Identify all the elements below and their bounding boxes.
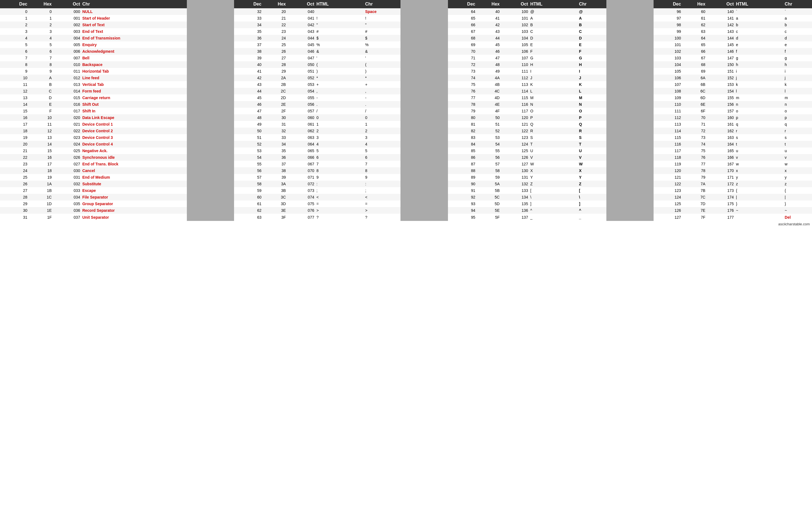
hex1: 19 (29, 174, 53, 181)
dec1: 12 (0, 88, 29, 94)
table-row: 271B033Escape593B073;;915B133[[1237B173{… (0, 187, 812, 194)
hex4: 78 (682, 167, 706, 174)
table-row: 44004End of Transmission3624044$$6844104… (0, 35, 812, 41)
oct3: 114 (501, 88, 529, 94)
sep1 (187, 167, 234, 174)
sep2 (401, 181, 448, 187)
oct3: 136 (501, 207, 529, 214)
dec1: 30 (0, 207, 29, 214)
header-hex4: Hex (682, 0, 706, 8)
chr1: End of Medium (81, 174, 187, 181)
oct2: 043 (287, 28, 315, 35)
hex1: 4 (29, 35, 53, 41)
sep3 (606, 214, 654, 221)
html3: ^ (529, 207, 578, 214)
header-oct4: Oct (706, 0, 735, 8)
chr1: Device Control 1 (81, 121, 187, 128)
chr4: s (783, 134, 812, 141)
sep2 (401, 28, 448, 35)
header-dec3: Dec (448, 0, 476, 8)
html3: I (529, 68, 578, 75)
chr3: W (578, 161, 606, 167)
chr2: 2 (364, 128, 401, 134)
oct4: 172 (706, 181, 735, 187)
oct3: 105 (501, 41, 529, 48)
hex3: 44 (476, 35, 501, 41)
hex4: 60 (682, 8, 706, 15)
hex1: 1E (29, 207, 53, 214)
hex2: 3C (262, 194, 287, 200)
sep2 (401, 141, 448, 147)
hex3: 5E (476, 207, 501, 214)
oct4: 170 (706, 167, 735, 174)
dec2: 48 (234, 114, 262, 121)
hex4: 7D (682, 200, 706, 207)
html2: * (315, 75, 364, 81)
dec1: 15 (0, 108, 29, 114)
hex2: 3D (262, 200, 287, 207)
oct3: 101 (501, 15, 529, 21)
hex1: C (29, 88, 53, 94)
hex3: 4E (476, 101, 501, 108)
html3: N (529, 101, 578, 108)
hex2: 2A (262, 75, 287, 81)
oct4: 162 (706, 128, 735, 134)
dec4: 114 (653, 128, 682, 134)
chr1: Start of Text (81, 21, 187, 28)
hex4: 61 (682, 15, 706, 21)
html2: + (315, 81, 364, 88)
html4: r (735, 128, 784, 134)
html2: 4 (315, 141, 364, 147)
dec2: 41 (234, 68, 262, 75)
oct4: 164 (706, 141, 735, 147)
html3: _ (529, 214, 578, 221)
sep1 (187, 55, 234, 61)
dec4: 102 (653, 48, 682, 55)
chr3: F (578, 48, 606, 55)
hex1: 11 (29, 121, 53, 128)
table-row: 11001Start of Header3321041!!6541101AA97… (0, 15, 812, 21)
chr2: 9 (364, 174, 401, 181)
html2: # (315, 28, 364, 35)
chr1: Bell (81, 55, 187, 61)
sep1 (187, 174, 234, 181)
dec4: 96 (653, 8, 682, 15)
sep2 (401, 101, 448, 108)
hex1: 16 (29, 154, 53, 161)
sep1 (187, 21, 234, 28)
chr1: End of Transmission (81, 35, 187, 41)
oct1: 023 (53, 134, 81, 141)
html3: Z (529, 181, 578, 187)
hex2: 3A (262, 181, 287, 187)
sep3 (606, 181, 654, 187)
dec2: 42 (234, 75, 262, 81)
dec3: 66 (448, 21, 476, 28)
oct3: 125 (501, 147, 529, 154)
oct1: 030 (53, 167, 81, 174)
chr3: R (578, 128, 606, 134)
dec2: 46 (234, 101, 262, 108)
chr2: = (364, 200, 401, 207)
sep1 (187, 101, 234, 108)
dec2: 63 (234, 214, 262, 221)
table-row: 14E016Shift Out462E056..784E116NN1106E15… (0, 101, 812, 108)
chr4: b (783, 21, 812, 28)
html2: , (315, 88, 364, 94)
dec2: 57 (234, 174, 262, 181)
hex1: 12 (29, 128, 53, 134)
html4: | (735, 194, 784, 200)
oct2: 070 (287, 167, 315, 174)
hex1: 14 (29, 141, 53, 147)
dec3: 79 (448, 108, 476, 114)
oct4: 173 (706, 187, 735, 194)
sep1 (187, 207, 234, 214)
html4: c (735, 28, 784, 35)
chr1: End of Trans. Block (81, 161, 187, 167)
hex4: 66 (682, 48, 706, 55)
oct1: 000 (53, 8, 81, 15)
oct3: 124 (501, 141, 529, 147)
html3: S (529, 134, 578, 141)
sep1 (187, 108, 234, 114)
html2: 1 (315, 121, 364, 128)
chr1: Record Separator (81, 207, 187, 214)
